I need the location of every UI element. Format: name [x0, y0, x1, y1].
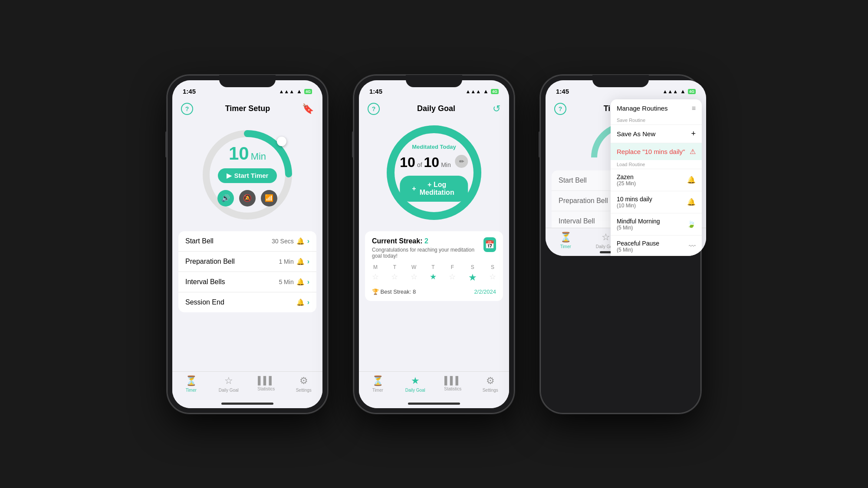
- tab-timer-3[interactable]: ⏳ Timer: [552, 232, 579, 249]
- routine-peaceful-3[interactable]: Peaceful Pause (5 Min) 〰: [611, 235, 702, 256]
- help-button-1[interactable]: ?: [181, 103, 193, 115]
- tab-settings-1[interactable]: ⚙ Settings: [291, 375, 317, 393]
- tab-settings-2[interactable]: ⚙ Settings: [477, 375, 503, 393]
- session-end-item-1[interactable]: Session End 🔔 ›: [178, 292, 316, 312]
- phone-1: 1:45 ▲▲▲ ▲ 4G ? Timer Setup 🔖: [167, 75, 328, 413]
- tab-timer-2[interactable]: ⏳ Timer: [365, 375, 391, 393]
- phone-3: 1:45 ▲▲▲ ▲ 4G ? Timer Setup 🔖: [540, 75, 701, 413]
- start-timer-button-1[interactable]: ▶ Start Timer: [218, 168, 277, 183]
- 10mins-icon-3: 🔔: [687, 198, 696, 206]
- prep-bell-value-1: 1 Min: [279, 258, 293, 265]
- bell-icon-interval-1: 🔔: [296, 278, 305, 286]
- home-bar-1: [221, 403, 273, 405]
- prep-bell-item-1[interactable]: Preparation Bell 1 Min 🔔 ›: [178, 252, 316, 272]
- timer-value-display-1: 10 Min: [229, 143, 266, 164]
- prep-bell-label-1: Preparation Bell: [185, 258, 235, 265]
- nav-bar-2: ? Daily Goal ↺: [359, 99, 509, 118]
- timer-unit-1: Min: [251, 151, 266, 162]
- tab-timer-1[interactable]: ⏳ Timer: [178, 375, 204, 393]
- save-as-new-item-3[interactable]: Save As New +: [611, 124, 702, 143]
- routine-10mins-3[interactable]: 10 mins daily (10 Min) 🔔: [611, 191, 702, 213]
- start-bell-label-1: Start Bell: [185, 237, 214, 245]
- timer-section-1: 10 Min ▶ Start Timer 🔊 🔕 📶: [172, 118, 322, 227]
- best-streak-label-2: 🏆 Best Streak: 8: [372, 288, 416, 295]
- dailygoal-tab-label-1: Daily Goal: [219, 388, 239, 393]
- nav-left-2: ?: [368, 103, 380, 115]
- settings-tab-label-2: Settings: [483, 388, 498, 393]
- daily-ring-2: Meditated Today 10 of 10 Min ✏: [384, 123, 484, 223]
- meditated-value-2: 10 of 10 Min: [400, 154, 450, 170]
- routines-dropdown-3: Manage Routines ≡ Save Routine Save As N…: [611, 99, 702, 256]
- day-mon-2: M ☆: [372, 264, 379, 283]
- statistics-tab-label-2: Statistics: [444, 386, 461, 391]
- tab-statistics-1[interactable]: ▌▌▌ Statistics: [253, 376, 279, 391]
- load-routine-section-3: Load Routine: [611, 160, 702, 169]
- timer-tab-label-3: Timer: [560, 244, 571, 249]
- day-tue-2: T ☆: [391, 264, 398, 283]
- behind-prep-bell-label-3: Preparation Bell: [559, 197, 608, 205]
- tab-statistics-2[interactable]: ▌▌▌ Statistics: [440, 376, 466, 391]
- peaceful-icon-3: 〰: [689, 242, 696, 250]
- chevron-start-1: ›: [307, 237, 309, 245]
- bookmark-icon-1[interactable]: 🔖: [302, 103, 314, 115]
- home-indicator-1: [172, 400, 322, 408]
- streak-congrats-2: Congratulations for reaching your medita…: [372, 247, 483, 259]
- home-bar-2: [408, 403, 460, 405]
- 10mins-info-3: 10 mins daily (10 Min): [617, 196, 652, 209]
- day-wed-2: W ☆: [411, 264, 418, 283]
- page-title-1: Timer Setup: [193, 104, 302, 113]
- timer-tab-icon-3: ⏳: [560, 232, 572, 243]
- warning-icon-3: ⚠: [690, 147, 696, 156]
- help-button-2[interactable]: ?: [368, 103, 380, 115]
- replace-label-3: Replace "10 mins daily": [617, 148, 685, 155]
- calendar-icon-2[interactable]: 📅: [483, 237, 496, 252]
- tab-dailygoal-2[interactable]: ★ Daily Goal: [402, 375, 428, 393]
- streak-value-2: 2: [424, 237, 428, 245]
- tab-dailygoal-1[interactable]: ☆ Daily Goal: [216, 375, 242, 393]
- daily-goal-section-2: Meditated Today 10 of 10 Min ✏: [359, 118, 509, 227]
- of-label-2: of: [417, 161, 422, 168]
- timer-tab-icon-1: ⏳: [185, 375, 197, 386]
- save-routine-section-3: Save Routine: [611, 116, 702, 124]
- plus-icon-3: +: [691, 129, 696, 138]
- signal-icon-3: ▲▲▲: [662, 88, 678, 95]
- manage-routines-header-3[interactable]: Manage Routines ≡: [611, 99, 702, 116]
- behind-start-bell-label-3: Start Bell: [559, 177, 587, 184]
- play-icon-1: ▶: [227, 172, 232, 180]
- settings-tab-icon-1: ⚙: [299, 375, 308, 386]
- signal-icon-2: ▲▲▲: [465, 88, 481, 95]
- help-button-3[interactable]: ?: [554, 103, 566, 115]
- status-time-2: 1:45: [369, 88, 382, 95]
- wireless-button-1[interactable]: 📶: [261, 190, 277, 206]
- timer-tab-icon-2: ⏳: [372, 375, 384, 386]
- log-meditation-button-2[interactable]: + + Log Meditation: [400, 176, 468, 202]
- mindful-icon-3: 🍃: [687, 220, 696, 228]
- routine-mindful-3[interactable]: Mindful Morning (5 Min) 🍃: [611, 213, 702, 235]
- sound-off-button-1[interactable]: 🔕: [239, 190, 256, 206]
- statistics-tab-label-1: Statistics: [257, 386, 275, 391]
- edit-goal-button-2[interactable]: ✏: [455, 155, 468, 168]
- streak-card-2: Current Streak: 2 Congratulations for re…: [365, 231, 503, 301]
- replace-item-3[interactable]: Replace "10 mins daily" ⚠: [611, 143, 702, 160]
- wifi-icon-2: ▲: [483, 88, 489, 95]
- routine-zazen-3[interactable]: Zazen (25 Min) 🔔: [611, 169, 702, 191]
- meditated-label-2: Meditated Today: [400, 144, 468, 150]
- sound-on-button-1[interactable]: 🔊: [217, 190, 234, 206]
- streak-header-2: Current Streak: 2: [372, 237, 483, 245]
- settings-list-1: Start Bell 30 Secs 🔔 › Preparation Bell …: [178, 231, 316, 312]
- status-icons-3: ▲▲▲ ▲ 4G: [662, 88, 696, 95]
- start-bell-item-1[interactable]: Start Bell 30 Secs 🔔 ›: [178, 231, 316, 252]
- interval-bell-item-1[interactable]: Interval Bells 5 Min 🔔 ›: [178, 272, 316, 292]
- timer-icon-2[interactable]: ↺: [493, 103, 500, 115]
- timer-handle-1[interactable]: [277, 137, 286, 146]
- phones-container: 1:45 ▲▲▲ ▲ 4G ? Timer Setup 🔖: [167, 75, 701, 413]
- day-thu-2: T ★: [430, 264, 437, 283]
- nav-right-2: ↺: [493, 103, 500, 115]
- nav-bar-1: ? Timer Setup 🔖: [172, 99, 322, 118]
- nav-right-1: 🔖: [302, 103, 314, 115]
- nav-left-3: ?: [554, 103, 566, 115]
- sound-controls-1: 🔊 🔕 📶: [217, 190, 277, 206]
- bell-icon-prep-1: 🔔: [296, 258, 305, 265]
- save-as-new-label-3: Save As New: [617, 130, 655, 138]
- chevron-session-1: ›: [307, 298, 309, 306]
